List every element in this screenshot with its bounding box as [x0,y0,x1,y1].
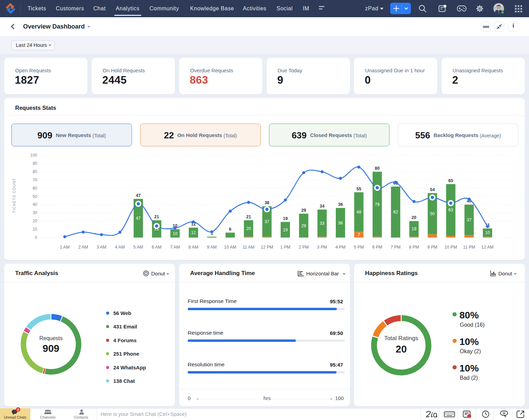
svg-text:36: 36 [338,202,343,207]
svg-text:9 AM: 9 AM [207,245,217,250]
svg-text:30: 30 [33,210,38,215]
svg-text:37: 37 [467,218,471,222]
svg-text:29: 29 [301,208,306,213]
svg-text:11 PM: 11 PM [463,245,475,250]
svg-text:10 AM: 10 AM [224,245,236,250]
svg-text:5 AM: 5 AM [133,245,143,250]
svg-text:38: 38 [264,200,269,205]
svg-text:65: 65 [448,178,453,183]
svg-text:62: 62 [393,210,398,214]
svg-text:19: 19 [283,228,288,232]
svg-text:29: 29 [301,223,306,228]
svg-text:7 PM: 7 PM [391,245,401,250]
svg-text:4 AM: 4 AM [115,245,125,250]
svg-text:20: 20 [33,219,38,223]
svg-text:79: 79 [375,202,380,207]
svg-text:6: 6 [229,227,231,232]
svg-text:10: 10 [173,231,177,236]
svg-text:11 AM: 11 AM [242,245,255,250]
svg-text:8 AM: 8 AM [188,245,198,250]
svg-text:6 PM: 6 PM [372,245,382,250]
svg-text:19: 19 [283,216,288,221]
svg-text:Total Ratings: Total Ratings [384,335,418,342]
svg-text:1 AM: 1 AM [60,245,70,250]
svg-text:19: 19 [412,227,416,231]
svg-text:20: 20 [246,226,251,231]
svg-text:6 AM: 6 AM [152,245,162,250]
svg-text:9 PM: 9 PM [427,245,437,250]
svg-text:5 PM: 5 PM [354,245,364,250]
svg-text:50: 50 [430,211,435,216]
svg-text:47: 47 [136,216,141,221]
svg-text:2 AM: 2 AM [78,245,88,250]
svg-text:Requests: Requests [39,335,63,341]
svg-text:48: 48 [356,210,361,214]
svg-text:33: 33 [320,221,324,226]
svg-text:55: 55 [356,187,361,191]
svg-text:10: 10 [485,230,490,235]
svg-text:2 PM: 2 PM [299,245,309,250]
svg-text:60: 60 [33,186,38,191]
svg-text:909: 909 [43,343,59,354]
svg-text:100: 100 [30,153,37,158]
svg-text:8 PM: 8 PM [409,245,419,250]
svg-text:90: 90 [33,161,38,166]
svg-text:34: 34 [320,204,324,209]
svg-text:7 AM: 7 AM [170,245,180,250]
svg-text:40: 40 [33,202,38,207]
svg-text:4 PM: 4 PM [335,245,345,250]
svg-text:70: 70 [33,178,38,182]
svg-text:37: 37 [264,219,269,224]
svg-text:3 PM: 3 PM [317,245,327,250]
svg-text:10 PM: 10 PM [445,245,457,250]
svg-text:0: 0 [35,235,37,240]
svg-text:54: 54 [430,187,435,192]
svg-text:12 PM: 12 PM [261,245,273,250]
svg-text:1 PM: 1 PM [280,245,290,250]
svg-text:80: 80 [375,166,380,171]
svg-text:21: 21 [246,214,251,219]
svg-text:12 AM: 12 AM [481,245,494,250]
svg-text:21: 21 [154,214,159,219]
svg-text:7: 7 [357,232,360,237]
svg-text:12: 12 [191,230,196,235]
svg-text:80: 80 [33,169,38,174]
svg-text:10: 10 [33,227,38,232]
svg-text:TICKETS COUNT: TICKETS COUNT [12,178,16,213]
svg-text:20: 20 [396,344,407,355]
svg-text:47: 47 [136,193,141,198]
svg-text:20: 20 [412,215,416,220]
svg-text:63: 63 [448,208,453,212]
svg-text:36: 36 [338,221,343,225]
svg-text:50: 50 [33,194,38,199]
svg-text:3 AM: 3 AM [96,245,106,250]
